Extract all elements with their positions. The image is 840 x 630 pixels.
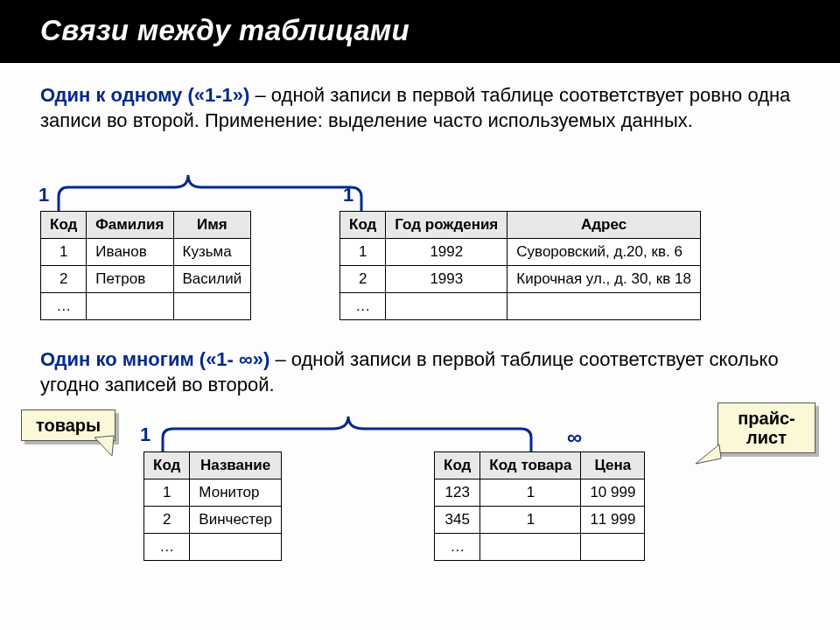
cell (581, 534, 645, 561)
cell: 1 (144, 480, 190, 507)
tableD-h0: Код (435, 452, 480, 480)
section2-text: Один ко многим («1- ∞») – одной записи в… (40, 346, 800, 397)
cell: 10 999 (581, 480, 645, 507)
callout-price: прайс- лист (718, 402, 816, 453)
section1-text: Один к одному («1-1») – одной записи в п… (40, 82, 800, 133)
cell: 1993 (386, 266, 508, 293)
cell: Петров (87, 266, 173, 293)
cell: Монитор (190, 480, 282, 507)
page-title: Связи между таблицами (40, 14, 800, 47)
cell: Суворовский, д.20, кв. 6 (508, 239, 701, 266)
tableB-h2: Адрес (508, 212, 701, 239)
cell: … (435, 534, 480, 561)
tableA-h0: Код (41, 212, 87, 239)
cell (386, 293, 508, 320)
tableC-h1: Название (190, 452, 282, 480)
cell: … (144, 534, 190, 561)
section1-bold: Один к одному («1-1») (40, 84, 249, 106)
cell: … (340, 293, 386, 320)
callout-price-l1: прайс- (738, 409, 795, 428)
cell: 1 (480, 480, 581, 507)
cell: 1 (480, 507, 581, 534)
callout-price-l2: лист (746, 428, 787, 447)
cell: Винчестер (190, 507, 282, 534)
tableD-h1: Код товара (480, 452, 581, 480)
cell: 345 (435, 507, 480, 534)
cell: 2 (340, 266, 386, 293)
cell: Кузьма (173, 239, 251, 266)
table-b: Код Год рождения Адрес 1 1992 Суворовски… (340, 211, 701, 320)
tableA-h2: Имя (173, 212, 251, 239)
cell: Кирочная ул., д. 30, кв 18 (508, 266, 701, 293)
cell (190, 534, 282, 561)
cell: 1992 (386, 239, 508, 266)
section2-bold: Один ко многим («1- ∞») (40, 348, 270, 370)
rel1-left-label: 1 (38, 184, 49, 206)
cell (508, 293, 701, 320)
cell: … (41, 293, 87, 320)
cell (87, 293, 173, 320)
table-a: Код Фамилия Имя 1 Иванов Кузьма 2 Петров… (40, 211, 251, 320)
cell (173, 293, 251, 320)
tableA-h1: Фамилия (87, 212, 173, 239)
cell: 2 (41, 266, 87, 293)
rel1-right-label: 1 (343, 184, 354, 206)
cell: Иванов (87, 239, 173, 266)
cell: Василий (173, 266, 251, 293)
rel2-left-label: 1 (140, 424, 150, 446)
cell (480, 534, 581, 561)
title-bar: Связи между таблицами (0, 0, 840, 63)
callout-goods: товары (21, 410, 116, 441)
tableB-h0: Код (340, 212, 386, 239)
cell: 1 (340, 239, 386, 266)
cell: 11 999 (581, 507, 645, 534)
table-c: Код Название 1 Монитор 2 Винчестер … (144, 452, 282, 561)
table-d: Код Код товара Цена 123 1 10 999 345 1 1… (434, 452, 645, 561)
tableB-h1: Год рождения (386, 212, 508, 239)
callout-goods-text: товары (36, 416, 101, 435)
rel2-right-label: ∞ (567, 425, 582, 450)
tableC-h0: Код (144, 452, 190, 480)
cell: 2 (144, 507, 190, 534)
cell: 123 (435, 480, 480, 507)
tableD-h2: Цена (581, 452, 645, 480)
cell: 1 (41, 239, 87, 266)
